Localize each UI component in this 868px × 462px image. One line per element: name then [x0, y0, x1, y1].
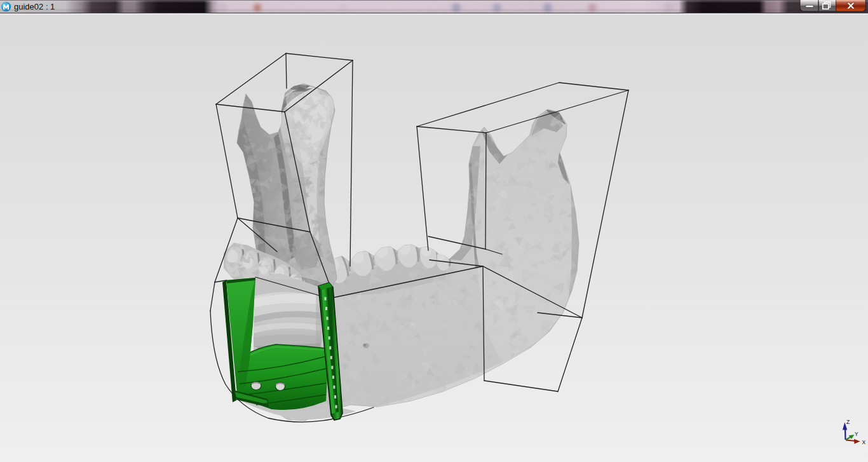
svg-text:Z: Z	[846, 419, 850, 425]
svg-text:Y: Y	[855, 431, 858, 437]
svg-text:X: X	[862, 439, 866, 445]
svg-text:guide02 : 1: guide02 : 1	[14, 2, 55, 11]
